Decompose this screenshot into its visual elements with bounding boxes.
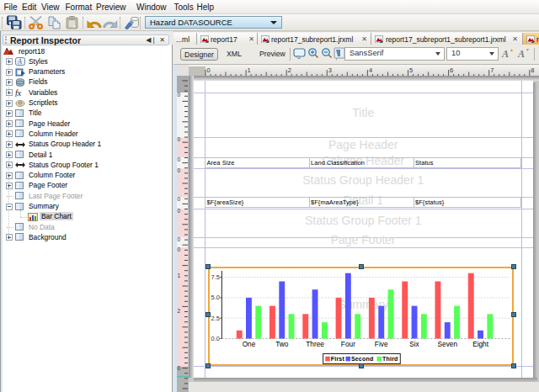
svg-text:0: 0 [178,236,181,241]
svg-text:6: 6 [450,66,453,74]
svg-text:0: 0 [178,246,181,252]
svg-text:fx: fx [15,88,22,97]
svg-text:0: 0 [178,365,181,371]
svg-text:3: 3 [328,66,331,74]
svg-text:0: 0 [178,136,181,142]
svg-text:4: 4 [368,66,371,74]
svg-text:1: 1 [178,272,181,278]
svg-text:7: 7 [490,66,494,74]
svg-text:0: 0 [206,66,210,74]
svg-text:A: A [501,48,509,60]
svg-text:5: 5 [409,66,413,74]
svg-text:2: 2 [287,66,291,74]
svg-text:0: 0 [178,207,181,213]
svg-text:0: 0 [178,156,181,162]
svg-text:A: A [517,48,525,60]
svg-text:0: 0 [178,167,181,172]
svg-text:0: 0 [178,195,181,201]
svg-text:1: 1 [247,66,250,74]
svg-text:0: 0 [178,91,181,97]
svg-text:2: 2 [178,307,181,313]
svg-text:8: 8 [531,66,534,74]
svg-text:A: A [17,58,22,66]
